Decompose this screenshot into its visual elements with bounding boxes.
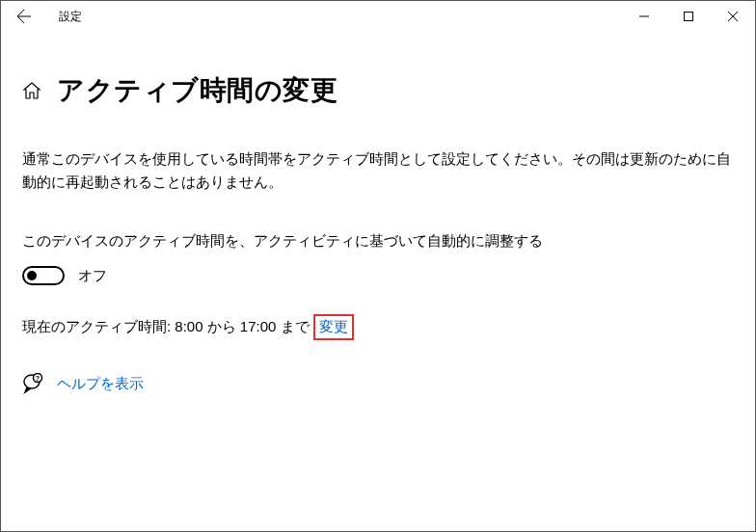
help-link[interactable]: ヘルプを表示 xyxy=(57,375,144,393)
maximize-icon xyxy=(684,12,693,21)
current-active-hours: 現在のアクティブ時間: 8:00 から 17:00 まで 変更 xyxy=(22,314,734,340)
minimize-button[interactable] xyxy=(622,1,666,32)
page-description: 通常このデバイスを使用している時間帯をアクティブ時間として設定してください。その… xyxy=(22,147,734,194)
svg-rect-1 xyxy=(685,13,693,21)
toggle-knob xyxy=(27,271,37,280)
auto-adjust-toggle[interactable] xyxy=(22,266,65,285)
home-icon[interactable] xyxy=(22,81,41,100)
help-row: ? ヘルプを表示 xyxy=(22,373,734,394)
content-area: アクティブ時間の変更 通常このデバイスを使用している時間帯をアクティブ時間として… xyxy=(1,32,755,413)
page-heading: アクティブ時間の変更 xyxy=(57,72,338,109)
auto-adjust-label: このデバイスのアクティブ時間を、アクティビティに基づいて自動的に調整する xyxy=(22,232,734,251)
heading-row: アクティブ時間の変更 xyxy=(22,72,734,109)
current-hours-text: 現在のアクティブ時間: 8:00 から 17:00 まで xyxy=(22,318,310,336)
toggle-state-label: オフ xyxy=(78,267,107,285)
close-button[interactable] xyxy=(711,1,755,32)
back-button[interactable] xyxy=(9,1,40,32)
window-controls xyxy=(622,1,755,32)
back-arrow-icon xyxy=(16,9,32,24)
titlebar-left: 設定 xyxy=(9,1,82,32)
help-icon: ? xyxy=(22,373,43,394)
titlebar: 設定 xyxy=(1,1,755,32)
minimize-icon xyxy=(639,12,649,21)
close-icon xyxy=(728,12,738,21)
toggle-row: オフ xyxy=(22,266,734,285)
window-title: 設定 xyxy=(59,9,82,25)
maximize-button[interactable] xyxy=(666,1,711,32)
change-link[interactable]: 変更 xyxy=(313,314,354,340)
svg-text:?: ? xyxy=(36,375,40,382)
